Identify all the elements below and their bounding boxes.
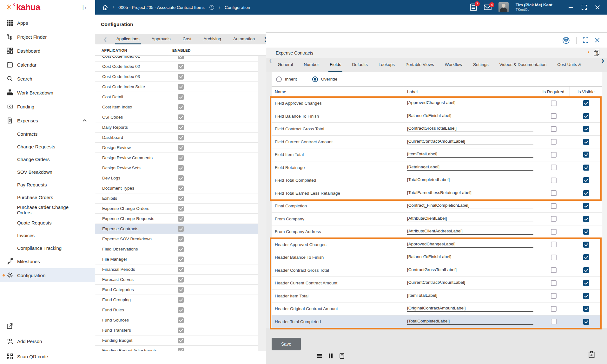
application-row[interactable]: File Manager [95, 254, 258, 264]
is-visible-checkbox[interactable] [583, 152, 589, 158]
pause-icon[interactable] [328, 353, 334, 359]
activity-log-icon[interactable] [588, 351, 595, 358]
application-row[interactable]: Cost Item Index [95, 102, 258, 112]
info-icon[interactable] [209, 5, 214, 10]
is-visible-checkbox[interactable] [583, 280, 589, 286]
application-row[interactable]: Fund Transfers [95, 325, 258, 335]
is-required-checkbox[interactable] [551, 216, 557, 222]
field-label-value[interactable]: [TotalEarnedLessRetainageLabel] [407, 190, 533, 196]
sidebar-item[interactable]: Calendar [0, 58, 95, 72]
field-label-value[interactable]: [ItemTotalLabel] [407, 293, 533, 299]
field-label-value[interactable]: [ContractGrossTotalLabel] [407, 267, 533, 273]
sidebar-item[interactable]: Expenses [0, 114, 95, 127]
application-row[interactable]: Fund Grouping [95, 295, 258, 305]
field-label-input[interactable]: [ItemTotalLabel] [403, 293, 537, 299]
is-required-checkbox[interactable] [551, 306, 557, 312]
fields-scrollbar[interactable] [602, 72, 607, 328]
minimize-icon[interactable] [568, 5, 573, 10]
application-row[interactable]: Document Types [95, 183, 258, 193]
is-visible-checkbox[interactable] [583, 229, 589, 235]
enabled-checkbox[interactable] [178, 338, 184, 343]
enabled-checkbox[interactable] [178, 64, 184, 69]
field-label-input[interactable]: [ContractGrossTotalLabel] [403, 267, 537, 273]
close-panel-icon[interactable] [595, 37, 600, 43]
sidebar-footer-item[interactable] [0, 318, 95, 334]
list-view-icon[interactable] [317, 353, 323, 359]
field-row[interactable]: Field Balance To Finish [BalanceToFinish… [272, 110, 602, 123]
application-list[interactable]: Cost Code Index 01 Cost Code Index 02 Co… [95, 56, 258, 351]
sidebar-item[interactable]: Invoices [0, 229, 95, 242]
sidebar-item[interactable]: Dashboard [0, 44, 95, 58]
application-row[interactable]: Design Review Sets [95, 163, 258, 173]
application-row[interactable]: Design Review [95, 143, 258, 153]
field-row[interactable]: Header Item Total [ItemTotalLabel] [272, 290, 602, 303]
sidebar-item[interactable]: Apps [0, 16, 95, 30]
is-visible-checkbox[interactable] [583, 113, 589, 119]
application-row[interactable]: Fund Categories [95, 285, 258, 295]
enabled-checkbox[interactable] [178, 206, 184, 211]
sidebar-item[interactable]: SOV Breakdown [0, 166, 95, 178]
sidebar-item[interactable]: Change Orders [0, 153, 95, 166]
is-visible-checkbox[interactable] [583, 267, 589, 273]
field-label-input[interactable]: [ApprovedChangesLabel] [403, 242, 537, 248]
field-label-input[interactable]: [CurrentContractAmountLabel] [403, 280, 537, 286]
field-row[interactable]: Field Total Completed [TotalCompletedLab… [272, 174, 602, 187]
application-list-scrollbar[interactable] [258, 56, 266, 351]
application-row[interactable]: Funding Budget Adjustments [95, 346, 258, 351]
enabled-checkbox[interactable] [178, 307, 184, 313]
is-required-checkbox[interactable] [551, 101, 557, 106]
enabled-checkbox[interactable] [178, 145, 184, 151]
enabled-checkbox[interactable] [178, 56, 184, 59]
enabled-checkbox[interactable] [178, 155, 184, 161]
application-row[interactable]: Cost Code Index 02 [95, 62, 258, 72]
configuration-tab[interactable]: Automation [232, 34, 256, 44]
field-label-value[interactable]: [Contract_FinalCompletionLabel] [407, 203, 533, 209]
is-visible-checkbox[interactable] [583, 139, 589, 145]
mode-radio-option[interactable]: Override [312, 76, 338, 82]
application-row[interactable]: Fund Rules [95, 305, 258, 315]
panel-tab[interactable]: Cost Units & [556, 58, 582, 72]
panel-tab[interactable]: Portable Views [404, 58, 435, 72]
is-visible-checkbox[interactable] [583, 177, 589, 183]
radio-icon[interactable] [276, 76, 282, 82]
field-row[interactable]: Field Item Total [ItemTotalLabel] [272, 148, 602, 161]
close-window-icon[interactable] [595, 5, 600, 10]
field-row[interactable]: Final Completion [Contract_FinalCompleti… [272, 200, 602, 213]
sidebar-item[interactable]: Milestones [0, 254, 95, 268]
enabled-checkbox[interactable] [178, 84, 184, 90]
is-visible-checkbox[interactable] [583, 306, 589, 312]
is-required-checkbox[interactable] [551, 280, 557, 286]
field-label-input[interactable]: [TotalCompletedLabel] [403, 319, 537, 325]
field-label-value[interactable]: [ApprovedChangesLabel] [407, 100, 533, 106]
is-visible-checkbox[interactable] [583, 100, 589, 106]
home-icon[interactable] [102, 4, 108, 10]
panel-tab[interactable]: Defaults [351, 58, 369, 72]
field-label-value[interactable]: [ApprovedChangesLabel] [407, 242, 533, 248]
application-row[interactable]: Field Observations [95, 244, 258, 254]
panel-tab[interactable]: Lookups [377, 58, 396, 72]
application-row[interactable]: Expense Contracts [95, 224, 258, 234]
enabled-checkbox[interactable] [178, 135, 184, 140]
field-row[interactable]: Field Total Earned Less Retainage [Total… [272, 187, 602, 200]
maximize-icon[interactable] [582, 5, 587, 10]
configuration-tab[interactable]: Applications [115, 34, 141, 44]
enabled-checkbox[interactable] [178, 267, 184, 272]
field-row[interactable]: From Company Address [AttributeClientAdd… [272, 225, 602, 238]
enabled-checkbox[interactable] [178, 125, 184, 130]
enabled-checkbox[interactable] [178, 165, 184, 171]
field-label-input[interactable]: [ItemTotalLabel] [403, 152, 537, 158]
field-label-input[interactable]: [Contract_FinalCompletionLabel] [403, 203, 537, 209]
radio-icon[interactable] [312, 76, 318, 82]
panel-tab[interactable]: Settings [472, 58, 490, 72]
is-visible-checkbox[interactable] [583, 190, 589, 196]
sidebar-item[interactable]: Work Breakdown [0, 86, 95, 100]
sidebar-item[interactable]: Funding [0, 100, 95, 114]
application-row[interactable]: Dev Logs [95, 173, 258, 183]
field-row[interactable]: Header Original Contract Amount [Origina… [272, 302, 602, 315]
sidebar-item[interactable]: Compliance Tracking [0, 242, 95, 254]
notes-view-icon[interactable] [339, 353, 345, 359]
application-row[interactable]: CSI Codes [95, 112, 258, 122]
field-row[interactable]: Header Contract Gross Total [ContractGro… [272, 264, 602, 277]
field-label-input[interactable]: [TotalCompletedLabel] [403, 177, 537, 183]
panel-tab[interactable]: Videos & Documentation [498, 58, 548, 72]
